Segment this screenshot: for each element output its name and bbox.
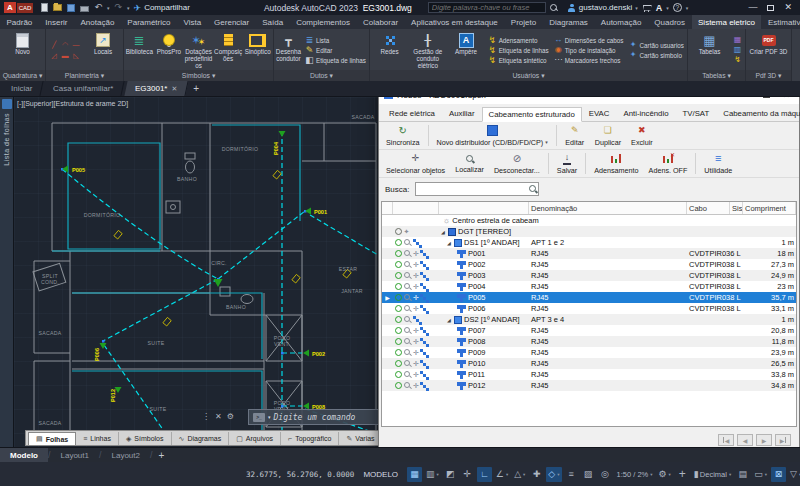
dropdown-caret-icon[interactable]: ▾ bbox=[545, 139, 548, 145]
dialog-tab-anti-incendio[interactable]: Anti-incêndio bbox=[616, 106, 675, 121]
search-input[interactable] bbox=[428, 2, 546, 13]
toolbar-button-desconectar[interactable]: Desconectar... bbox=[489, 151, 545, 176]
cable-point-p002[interactable]: P002 bbox=[303, 350, 325, 358]
status-grid-icon[interactable]: ▦ bbox=[407, 467, 422, 482]
add-icon[interactable]: ✛ bbox=[413, 272, 419, 280]
table-row-p005[interactable]: ▶✛P005RJ45CVDTPIR038 L35,7 m bbox=[382, 292, 796, 303]
status-lineweight-icon[interactable]: ≡ bbox=[564, 467, 579, 482]
autodesk-dropdown-icon[interactable]: ▾ bbox=[666, 5, 669, 11]
cable-point-p012[interactable]: P012 bbox=[110, 387, 122, 402]
plot-icon[interactable] bbox=[80, 6, 89, 12]
new-file-tab-button[interactable]: + bbox=[193, 83, 199, 94]
ribbon-button-etiqueta-de-linhas[interactable]: Etiqueta de linhas bbox=[488, 46, 549, 55]
status-circle-icon[interactable] bbox=[395, 382, 402, 389]
locate-icon[interactable] bbox=[404, 272, 412, 280]
ribbon-tab-aplicativos-em-destaque[interactable]: Aplicativos em destaque bbox=[405, 15, 505, 29]
col-cabo[interactable]: Cabo bbox=[687, 202, 730, 214]
add-icon[interactable]: ✛ bbox=[413, 382, 419, 390]
planimetria-tool-icon-5[interactable]: ▬ bbox=[60, 51, 70, 61]
share-button[interactable]: ✈ Compartilhar bbox=[134, 3, 190, 13]
dock-tab-simbolos[interactable]: ◈Símbolos bbox=[119, 432, 172, 445]
ribbon-tab-estimativas[interactable]: Estimativas bbox=[761, 15, 800, 29]
star-icon[interactable]: ✦ bbox=[404, 228, 410, 236]
file-tab-close-icon[interactable]: ✕ bbox=[171, 85, 177, 93]
dock-tab-varias[interactable]: ✎Varias bbox=[339, 432, 382, 445]
dock-tab-folhas[interactable]: ▤Folhas bbox=[28, 432, 76, 445]
locate-icon[interactable] bbox=[404, 349, 412, 357]
ribbon-tab-colaborar[interactable]: Colaborar bbox=[356, 15, 404, 29]
status-circle-icon[interactable] bbox=[395, 360, 402, 367]
ribbon-button-dimensoes-de-cabos[interactable]: Dimensões de cabos bbox=[554, 36, 624, 45]
status-quick-add-icon[interactable]: + bbox=[675, 467, 690, 482]
status-isolate-objects-icon[interactable]: ▽▾ bbox=[788, 467, 800, 482]
ribbon-tab-parametrico[interactable]: Paramétrico bbox=[121, 15, 177, 29]
status-units-icon[interactable]: ▮Decimal▾ bbox=[692, 467, 733, 482]
table-row-dgt-terreo[interactable]: ✦◢DGT [TERREO] bbox=[382, 226, 796, 237]
toolbar-button-novo-distribuidor-cd-bd-fd-cp[interactable]: Novo distribuidor (CD/BD/FD/CP)▾ bbox=[432, 123, 553, 148]
ribbon-tab-inserir[interactable]: Inserir bbox=[39, 15, 74, 29]
undo-dropdown-icon[interactable]: ▾ bbox=[107, 5, 110, 11]
col-comprimento[interactable]: Compriment bbox=[743, 202, 796, 214]
redo-dropdown-icon[interactable]: ▾ bbox=[127, 5, 130, 11]
add-icon[interactable]: ✛ bbox=[413, 283, 419, 291]
cable-point-p004[interactable]: P004 bbox=[273, 131, 286, 155]
ribbon-tab-gerenciar[interactable]: Gerenciar bbox=[208, 15, 256, 29]
table-row-p006[interactable]: ✛P006RJ45CVDTPIR038 L33,1 m bbox=[382, 303, 796, 314]
add-icon[interactable]: ✛ bbox=[413, 250, 419, 258]
maximize-button[interactable] bbox=[767, 5, 774, 11]
ribbon-button-t3[interactable] bbox=[733, 56, 742, 65]
dock-tab-linhas[interactable]: ≡Linhas bbox=[76, 432, 119, 445]
status-annotation-lock-icon[interactable]: ⊠ bbox=[771, 467, 786, 482]
route-icon[interactable] bbox=[420, 349, 423, 352]
add-icon[interactable]: ✛ bbox=[413, 305, 419, 313]
table-row-p011[interactable]: ✛P011RJ4533,8 m bbox=[382, 369, 796, 380]
table-row-p008[interactable]: ✛P008RJ4511,8 m bbox=[382, 336, 796, 347]
toolbar-button-localizar[interactable]: Localizar bbox=[450, 151, 489, 176]
minimize-button[interactable]: — bbox=[748, 3, 757, 12]
dock-tab-topografico[interactable]: ⌐Topográfico bbox=[281, 432, 339, 445]
route-icon[interactable] bbox=[420, 338, 423, 341]
ribbon-group-label-simbolos[interactable]: Símbolos ▾ bbox=[124, 70, 273, 81]
ribbon-button-locais[interactable]: Locais bbox=[84, 30, 122, 70]
ribbon-tab-saida[interactable]: Saída bbox=[256, 15, 290, 29]
table-row-p007[interactable]: ✛P007RJ4520,8 m bbox=[382, 325, 796, 336]
locate-icon[interactable] bbox=[404, 250, 412, 258]
ribbon-tab-diagramas[interactable]: Diagramas bbox=[543, 15, 595, 29]
help-dropdown-icon[interactable]: ▾ bbox=[686, 5, 689, 11]
status-snap-mode-icon[interactable]: ▥▾ bbox=[424, 467, 441, 482]
status-circle-icon[interactable] bbox=[395, 316, 402, 323]
planimetria-tool-icon-4[interactable]: ◿ bbox=[49, 51, 59, 61]
toolbar-button-salvar[interactable]: Salvar bbox=[552, 151, 582, 176]
ribbon-tab-sistema-eletrico[interactable]: Sistema eletrico bbox=[692, 15, 762, 29]
locate-icon[interactable] bbox=[404, 283, 412, 291]
autodesk-app-icon[interactable]: A bbox=[656, 3, 663, 13]
table-header[interactable]: Denominação Cabo Sis Compriment bbox=[382, 202, 796, 215]
locate-icon[interactable] bbox=[404, 360, 412, 368]
add-icon[interactable]: ✛ bbox=[413, 371, 419, 379]
status-circle-icon[interactable] bbox=[395, 371, 402, 378]
file-tab-eg3001[interactable]: EG3001*✕ bbox=[124, 81, 189, 96]
status-circle-icon[interactable] bbox=[395, 327, 402, 334]
locate-icon[interactable] bbox=[404, 338, 412, 346]
ribbon-tab-complementos[interactable]: Complementos bbox=[290, 15, 357, 29]
expander-icon[interactable]: ◢ bbox=[447, 240, 454, 246]
close-button[interactable]: ✕ bbox=[784, 3, 792, 12]
ribbon-group-label-usuarios[interactable]: Usuários ▾ bbox=[370, 70, 687, 81]
toolbar-button-editar[interactable]: Editar bbox=[560, 123, 590, 148]
route-icon[interactable] bbox=[420, 371, 423, 374]
ribbon-button-tabelas[interactable]: Tabelas bbox=[689, 30, 730, 70]
grip-icon[interactable]: ⋮ bbox=[202, 412, 210, 421]
dialog-tab-cabeamento-da-maquina[interactable]: Cabeamento da máquina bbox=[716, 106, 800, 121]
table-row-ds1-1-andar[interactable]: ◢DS1 [1º ANDAR]APT 1 e 21 m bbox=[382, 237, 796, 248]
ribbon-tab-quadros[interactable]: Quadros bbox=[648, 15, 692, 29]
route-icon[interactable] bbox=[413, 239, 416, 242]
status-ortho-mode-icon[interactable]: ∟ bbox=[477, 467, 492, 482]
col-denominacao[interactable]: Denominação bbox=[529, 202, 687, 214]
ribbon-tab-anotacao[interactable]: Anotação bbox=[74, 15, 121, 29]
new-drawing-icon[interactable] bbox=[41, 3, 48, 12]
ribbon-button-t1[interactable] bbox=[733, 36, 742, 45]
ribbon-group-label-dutos[interactable]: Dutos ▾ bbox=[274, 70, 369, 81]
layout-tab-modelo[interactable]: Modelo bbox=[0, 448, 48, 462]
locate-icon[interactable] bbox=[404, 261, 412, 269]
ribbon-button-ampere[interactable]: Ampère bbox=[447, 30, 484, 70]
